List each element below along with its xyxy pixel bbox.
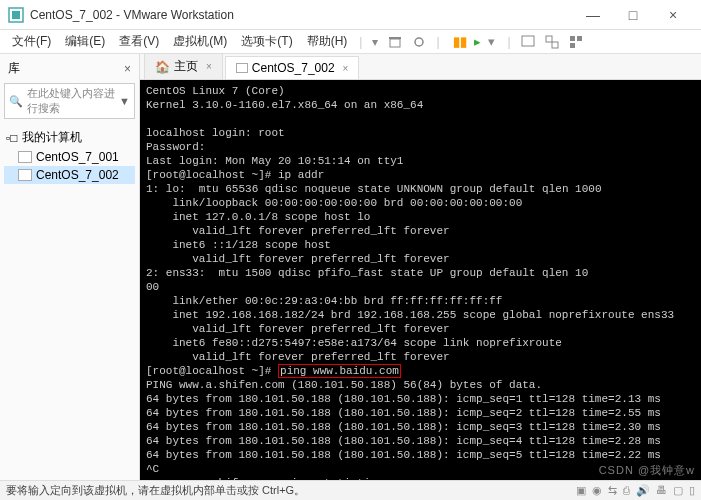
tree-item-vm1[interactable]: CentOS_7_001 [4,148,135,166]
svg-point-4 [415,38,423,46]
power-dropdown-button[interactable]: ▾ [368,33,382,51]
tab-home[interactable]: 🏠 主页 × [144,53,223,79]
device-icons: ▣ ◉ ⇆ ⎙ 🔊 🖶 ▢ ▯ [576,484,695,497]
menu-view[interactable]: 查看(V) [113,31,165,52]
expand-icon: ▫□ [6,131,18,145]
stop-button[interactable]: ▾ [485,34,498,49]
tab-close-icon[interactable]: × [206,61,212,72]
vm-tree: ▫□ 我的计算机 CentOS_7_001 CentOS_7_002 [4,123,135,188]
library-sidebar: 库 × 🔍 在此处键入内容进行搜索 ▼ ▫□ 我的计算机 CentOS_7_00… [0,54,140,480]
titlebar: CentOS_7_002 - VMware Workstation — □ × [0,0,701,30]
statusbar: 要将输入定向到该虚拟机，请在虚拟机内部单击或按 Ctrl+G。 ▣ ◉ ⇆ ⎙ … [0,480,701,500]
tab-strip: 🏠 主页 × CentOS_7_002 × [140,54,701,80]
separator: | [436,35,439,49]
settings-button[interactable] [408,33,430,51]
usb-icon[interactable]: ⎙ [623,484,630,497]
tab-close-icon[interactable]: × [343,63,349,74]
menu-tabs[interactable]: 选项卡(T) [235,31,298,52]
search-placeholder: 在此处键入内容进行搜索 [27,86,119,116]
vm-icon [236,63,248,73]
svg-rect-6 [546,36,552,42]
vm-icon [18,151,32,163]
tree-root-label: 我的计算机 [22,129,82,146]
svg-rect-3 [389,37,401,39]
suspend-button[interactable]: ▮▮ [450,34,470,49]
fullscreen-button[interactable] [517,33,539,51]
tree-root[interactable]: ▫□ 我的计算机 [4,127,135,148]
vcr-controls: ▮▮ ▸ ▾ [450,34,498,49]
unity-button[interactable] [541,33,563,51]
search-input[interactable]: 🔍 在此处键入内容进行搜索 ▼ [4,83,135,119]
home-icon: 🏠 [155,60,170,74]
svg-rect-2 [390,39,400,47]
separator: | [359,35,362,49]
search-dropdown[interactable]: ▼ [119,95,130,107]
terminal[interactable]: CentOS Linux 7 (Core) Kernel 3.10.0-1160… [140,80,701,480]
menu-file[interactable]: 文件(F) [6,31,57,52]
close-button[interactable]: × [653,7,693,23]
svg-rect-10 [570,43,575,48]
content-area: 🏠 主页 × CentOS_7_002 × CentOS Linux 7 (Co… [140,54,701,480]
tab-vm[interactable]: CentOS_7_002 × [225,56,360,79]
watermark: CSDN @我钟意w [599,463,695,478]
play-button[interactable]: ▸ [471,34,484,49]
menu-edit[interactable]: 编辑(E) [59,31,111,52]
menu-vm[interactable]: 虚拟机(M) [167,31,233,52]
tab-home-label: 主页 [174,58,198,75]
menubar: 文件(F) 编辑(E) 查看(V) 虚拟机(M) 选项卡(T) 帮助(H) | … [0,30,701,54]
window-title: CentOS_7_002 - VMware Workstation [30,8,573,22]
svg-rect-8 [570,36,575,41]
thumbnail-button[interactable] [565,33,587,51]
vm-icon [18,169,32,181]
svg-rect-9 [577,36,582,41]
sound-icon[interactable]: 🔊 [636,484,650,497]
network-icon[interactable]: ⇆ [608,484,617,497]
status-message: 要将输入定向到该虚拟机，请在虚拟机内部单击或按 Ctrl+G。 [6,483,576,498]
search-icon: 🔍 [9,95,23,108]
display-icon[interactable]: ▢ [673,484,683,497]
sidebar-close-button[interactable]: × [124,62,131,76]
more-icon[interactable]: ▯ [689,484,695,497]
snapshot-button[interactable] [384,33,406,51]
separator: | [508,35,511,49]
tab-vm-label: CentOS_7_002 [252,61,335,75]
svg-rect-7 [552,42,558,48]
tree-item-label: CentOS_7_001 [36,150,119,164]
maximize-button[interactable]: □ [613,7,653,23]
menu-help[interactable]: 帮助(H) [301,31,354,52]
tree-item-label: CentOS_7_002 [36,168,119,182]
sidebar-title: 库 [8,60,20,77]
vmware-icon [8,7,24,23]
svg-rect-5 [522,36,534,46]
disk-icon[interactable]: ▣ [576,484,586,497]
svg-rect-1 [12,11,20,19]
tree-item-vm2[interactable]: CentOS_7_002 [4,166,135,184]
minimize-button[interactable]: — [573,7,613,23]
printer-icon[interactable]: 🖶 [656,484,667,497]
cd-icon[interactable]: ◉ [592,484,602,497]
